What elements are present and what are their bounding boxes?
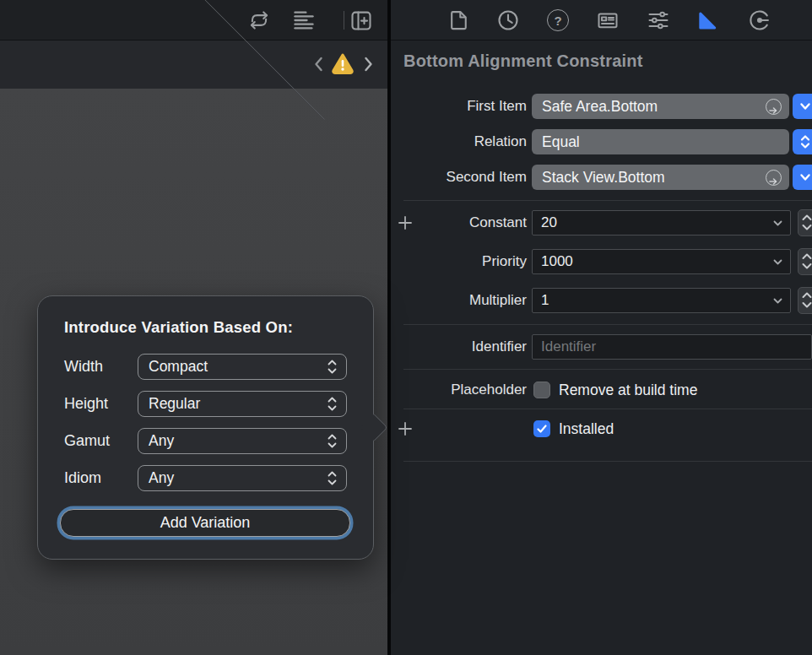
stepper-chevrons-icon xyxy=(801,252,812,272)
quick-help-inspector-icon[interactable]: ? xyxy=(546,8,570,32)
toolbar-divider xyxy=(344,11,344,30)
file-inspector-icon[interactable] xyxy=(447,8,470,32)
idiom-value: Any xyxy=(149,469,174,486)
size-inspector-icon[interactable] xyxy=(696,8,719,32)
chevron-down-icon xyxy=(772,257,783,268)
constant-label: Constant xyxy=(391,210,527,235)
updown-chevrons-icon xyxy=(327,433,338,449)
second-item-dropdown-button[interactable] xyxy=(793,165,812,190)
multiplier-stepper[interactable] xyxy=(798,287,812,314)
priority-value: 1000 xyxy=(541,253,573,269)
stepper-chevrons-icon xyxy=(801,290,812,311)
priority-combo[interactable]: 1000 xyxy=(532,249,791,274)
first-item-value: Safe Area.Bottom xyxy=(542,98,658,115)
attributes-inspector-icon[interactable] xyxy=(647,8,670,32)
inspector-panel: ? xyxy=(391,0,812,655)
issue-navigation-bar xyxy=(0,41,387,89)
height-select[interactable]: Regular xyxy=(138,391,347,417)
second-item-popup[interactable]: Stack View.Bottom xyxy=(532,165,789,190)
chevron-down-icon xyxy=(772,295,783,306)
warning-icon[interactable] xyxy=(331,52,355,76)
chevron-down-icon xyxy=(772,218,783,229)
constant-stepper[interactable] xyxy=(798,209,812,236)
inspector-tab-bar: ? xyxy=(391,0,812,41)
width-value: Compact xyxy=(149,358,208,375)
second-item-label: Second Item xyxy=(391,165,527,190)
multiplier-label: Multiplier xyxy=(391,288,527,313)
priority-stepper[interactable] xyxy=(798,248,812,275)
remove-at-build-time-label: Remove at build time xyxy=(559,381,697,399)
relation-value: Equal xyxy=(542,133,580,150)
checkmark-icon xyxy=(535,422,549,436)
connections-inspector-icon[interactable] xyxy=(748,8,771,32)
separator xyxy=(403,324,812,325)
add-installed-variant-button[interactable] xyxy=(397,420,414,437)
updown-chevrons-icon xyxy=(327,470,338,486)
stepper-chevrons-icon xyxy=(801,213,812,233)
xcode-window: Introduce Variation Based On: Width Comp… xyxy=(0,0,812,655)
priority-label: Priority xyxy=(391,249,527,274)
width-select[interactable]: Compact xyxy=(138,354,347,380)
introduce-variation-popover: Introduce Variation Based On: Width Comp… xyxy=(37,295,374,560)
relation-dropdown-button[interactable] xyxy=(793,129,812,154)
placeholder-label: Placeholder xyxy=(391,377,527,403)
height-value: Regular xyxy=(149,395,200,412)
identity-inspector-icon[interactable] xyxy=(596,8,620,32)
separator xyxy=(403,369,812,370)
gamut-label: Gamut xyxy=(64,428,135,454)
updown-chevrons-icon xyxy=(798,133,812,151)
updown-chevrons-icon xyxy=(327,396,338,412)
gamut-select[interactable]: Any xyxy=(138,428,347,454)
plus-icon xyxy=(397,420,414,437)
identifier-label: Identifier xyxy=(391,334,527,360)
gamut-value: Any xyxy=(149,432,174,449)
multiplier-combo[interactable]: 1 xyxy=(532,288,791,313)
chevron-down-icon xyxy=(798,97,812,116)
installed-checkbox[interactable] xyxy=(533,420,550,437)
relation-popup[interactable]: Equal xyxy=(532,129,789,154)
first-item-label: First Item xyxy=(391,94,527,119)
second-item-value: Stack View.Bottom xyxy=(542,169,665,186)
idiom-select[interactable]: Any xyxy=(138,465,347,491)
editor-options-icon[interactable] xyxy=(292,8,316,32)
separator xyxy=(403,200,812,201)
width-label: Width xyxy=(64,354,135,380)
popover-title: Introduce Variation Based On: xyxy=(64,318,293,337)
constant-combo[interactable]: 20 xyxy=(532,210,791,235)
constant-value: 20 xyxy=(541,214,557,230)
add-editor-icon[interactable] xyxy=(349,8,373,32)
history-inspector-icon[interactable] xyxy=(496,8,520,32)
previous-issue-icon[interactable] xyxy=(309,54,329,74)
first-item-dropdown-button[interactable] xyxy=(793,94,812,119)
idiom-label: Idiom xyxy=(64,465,135,491)
question-glyph: ? xyxy=(554,14,561,28)
swap-editors-icon[interactable] xyxy=(247,8,271,32)
updown-chevrons-icon xyxy=(327,359,338,375)
relation-label: Relation xyxy=(391,129,527,154)
next-issue-icon[interactable] xyxy=(358,54,378,74)
editor-toolbar xyxy=(0,0,387,41)
inspector-title: Bottom Alignment Constraint xyxy=(403,51,643,71)
first-item-popup[interactable]: Safe Area.Bottom xyxy=(532,94,789,119)
installed-label: Installed xyxy=(559,420,614,438)
jump-arrow-icon[interactable] xyxy=(766,170,782,186)
identifier-input[interactable] xyxy=(532,334,812,360)
height-label: Height xyxy=(64,391,135,417)
separator xyxy=(403,461,812,462)
remove-at-build-time-checkbox[interactable] xyxy=(533,382,550,398)
chevron-down-icon xyxy=(798,168,812,187)
separator xyxy=(403,409,812,409)
add-variation-button[interactable]: Add Variation xyxy=(60,509,350,537)
jump-arrow-icon[interactable] xyxy=(766,99,782,115)
multiplier-value: 1 xyxy=(541,292,549,308)
